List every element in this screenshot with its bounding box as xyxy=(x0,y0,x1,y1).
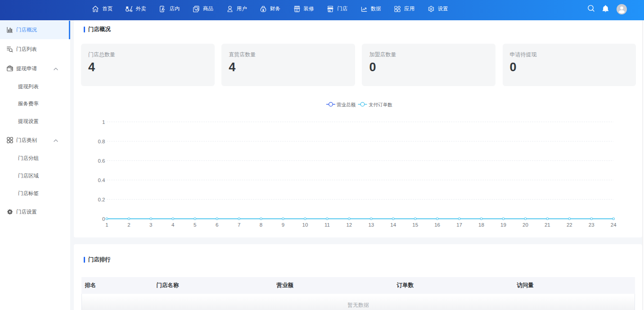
svg-text:0.6: 0.6 xyxy=(98,158,105,164)
svg-text:1: 1 xyxy=(105,222,108,228)
svg-text:19: 19 xyxy=(500,222,506,228)
svg-text:15: 15 xyxy=(412,222,418,228)
svg-text:7: 7 xyxy=(238,222,240,228)
svg-text:支付订单数: 支付订单数 xyxy=(369,102,392,107)
svg-text:0.8: 0.8 xyxy=(98,139,105,144)
svg-text:24: 24 xyxy=(611,222,617,228)
svg-text:0.4: 0.4 xyxy=(98,178,106,183)
svg-text:0: 0 xyxy=(102,216,105,222)
svg-text:23: 23 xyxy=(589,222,594,228)
svg-text:1: 1 xyxy=(102,119,105,125)
svg-text:14: 14 xyxy=(390,222,396,228)
svg-text:营业总额: 营业总额 xyxy=(337,102,356,107)
svg-text:3: 3 xyxy=(149,222,152,228)
svg-text:6: 6 xyxy=(216,222,218,228)
svg-text:8: 8 xyxy=(260,222,262,228)
svg-text:12: 12 xyxy=(346,222,352,228)
svg-text:5: 5 xyxy=(194,222,196,228)
svg-text:9: 9 xyxy=(282,222,284,228)
svg-text:0.2: 0.2 xyxy=(98,197,105,202)
svg-text:20: 20 xyxy=(522,222,528,228)
svg-text:2: 2 xyxy=(127,222,130,228)
svg-text:17: 17 xyxy=(456,222,462,228)
svg-text:11: 11 xyxy=(324,222,330,228)
svg-text:22: 22 xyxy=(567,222,572,228)
svg-text:16: 16 xyxy=(434,222,440,228)
svg-text:4: 4 xyxy=(171,222,175,228)
svg-text:13: 13 xyxy=(368,222,374,228)
svg-text:18: 18 xyxy=(478,222,484,228)
svg-text:21: 21 xyxy=(545,222,550,228)
svg-text:10: 10 xyxy=(302,222,308,228)
